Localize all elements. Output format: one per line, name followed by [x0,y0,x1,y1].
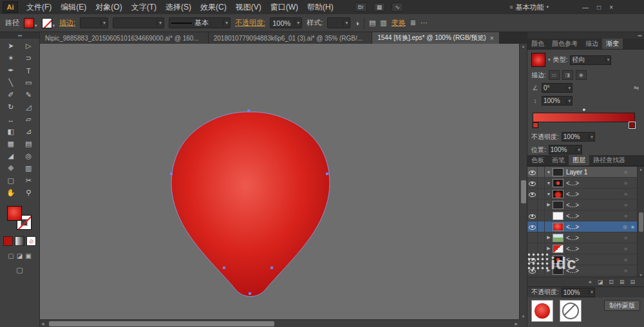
transparency-opacity-field[interactable]: 100% ▾ [562,288,595,297]
lock-toggle[interactable] [538,221,545,232]
doc-tab-2[interactable]: 2018010779094883k6p6_01 (3).ai* @ 35% (R… [209,32,372,44]
free-transform-tool[interactable]: ▱ [20,113,38,126]
document-setup-icon[interactable]: ▤ [369,19,375,27]
doc-tab-1[interactable]: Nipic_9885883_20150605101634669000.ai* @… [40,32,209,44]
lock-toggle[interactable] [538,200,545,210]
gradient-angle-field[interactable]: 0° ▾ [542,83,573,93]
red-shape[interactable] [171,112,330,297]
align-icon[interactable]: ≣ [410,19,416,27]
horizontal-scrollbar[interactable]: ◀ ▶ [40,319,519,327]
width-tool[interactable]: ↔ [2,113,20,126]
cs-live-icon[interactable]: ∿ [392,3,403,12]
reverse-gradient-icon[interactable]: ⇋ [632,84,640,91]
mesh-tool[interactable]: ▦ [2,138,20,150]
opacity-field[interactable]: 100% ▾ [270,17,302,28]
visibility-toggle[interactable] [527,200,538,210]
tab-pathfinder[interactable]: 路径查找器 [589,155,629,165]
target-icon[interactable]: ○ [624,169,627,175]
vertical-scroll-thumb[interactable] [521,180,526,203]
make-clip-mask-icon[interactable]: ◪ [598,279,603,285]
scroll-left-icon[interactable]: ◀ [41,321,44,326]
expand-arrow-icon[interactable]: ▼ [545,192,553,196]
target-icon[interactable]: ○ [624,235,627,241]
pen-tool[interactable]: ✒ [2,64,20,77]
screen-mode-icon[interactable]: ▢ [0,266,39,274]
lock-toggle[interactable] [538,254,545,265]
mask-thumbnail[interactable] [560,300,582,322]
stroke-weight-field[interactable]: ▾ [80,17,108,28]
stroke-dropdown-icon[interactable]: ▾ [53,23,55,28]
fill-dropdown-icon[interactable]: ▾ [35,23,37,28]
minimize-button[interactable]: — [582,4,589,11]
layer-row[interactable]: ▶ <...> ○ [527,265,644,276]
lock-toggle[interactable] [538,189,545,199]
menu-window[interactable]: 窗口(W) [266,1,303,14]
expand-arrow-icon[interactable]: ▶ [545,268,553,273]
lock-toggle[interactable] [538,178,545,188]
gradient-type-field[interactable]: 径向 ▾ [570,55,611,65]
gradient-stroke-across-icon[interactable]: ◉ [576,70,587,80]
magic-wand-tool[interactable]: ✶ [2,52,20,64]
gradient-slider[interactable]: ◆ [533,109,639,129]
target-icon[interactable]: ○ [624,246,627,252]
gradient-stop-start[interactable] [533,122,538,128]
rotate-tool[interactable]: ↻ [2,101,20,113]
menu-file[interactable]: 文件(F) [22,1,56,14]
stop-opacity-field[interactable]: 100% ▾ [562,132,595,142]
target-icon[interactable]: ○ [624,213,627,219]
shape-builder-tool[interactable]: ◧ [2,126,20,138]
gradient-stop-end[interactable] [629,122,635,128]
gradient-preview-swatch[interactable] [531,53,545,67]
visibility-toggle[interactable] [527,243,538,254]
artboard-tool[interactable]: ▢ [2,174,20,187]
artwork-svg[interactable] [40,44,519,319]
gradient-tool[interactable]: ▤ [20,138,38,150]
expand-arrow-icon[interactable]: ▼ [545,181,553,185]
target-icon[interactable]: ○ [624,191,627,197]
visibility-toggle[interactable] [527,189,538,199]
expand-arrow-icon[interactable]: ▶ [545,246,553,251]
layer-row[interactable]: ▶ <...> ○ [527,232,644,243]
close-tab-icon[interactable]: × [490,35,494,42]
fill-indicator-swatch[interactable] [7,206,22,221]
column-graph-tool[interactable]: ▥ [20,162,38,174]
draw-behind-icon[interactable]: ◪ [17,252,23,259]
fill-color-swatch[interactable] [24,18,34,28]
new-layer-icon[interactable]: ⊞ [620,279,625,285]
color-mode-icon[interactable] [3,236,13,246]
transform-link[interactable]: 变换 [392,18,406,28]
target-icon[interactable]: ◎ [623,224,627,230]
menu-effect[interactable]: 效果(C) [196,1,231,14]
layer-row[interactable]: ▶ <...> ○ [527,200,644,210]
draw-inside-icon[interactable]: ▣ [25,252,31,259]
perspective-grid-tool[interactable]: ⊿ [20,126,38,138]
canvas[interactable] [40,44,519,319]
doc-tab-3[interactable]: 1544 [转换].eps* @ 100% (RGB/预览) × [372,32,499,44]
gradient-midpoint-icon[interactable]: ◆ [583,107,586,111]
bridge-icon[interactable]: Br [355,3,367,12]
workspace-switcher[interactable]: ≡ 基本功能 ▾ [509,3,549,12]
gradient-mode-icon[interactable] [15,236,24,246]
tab-stroke[interactable]: 描边 [582,39,602,49]
layer-row[interactable]: ▼ Layer 1 ○ [527,167,644,178]
draw-normal-icon[interactable]: ▢ [8,252,14,259]
width-profile-field[interactable]: ▾ [113,17,164,28]
menu-select[interactable]: 选择(S) [161,1,196,14]
brush-definition-field[interactable]: 基本 ▾ [169,17,231,28]
pencil-tool[interactable]: ✎ [20,89,38,101]
tab-brushes[interactable]: 画笔 [548,155,569,165]
selection-tool[interactable]: ➤ [2,40,20,52]
recolor-artwork-icon[interactable]: ◑ [355,19,359,27]
lock-toggle[interactable] [538,210,545,221]
slice-tool[interactable]: ✂ [20,174,38,187]
expand-arrow-icon[interactable]: ▼ [545,170,553,174]
hand-tool[interactable]: ✋ [2,187,20,199]
lock-toggle[interactable] [538,243,545,254]
gradient-stroke-along-icon[interactable]: ◨ [562,70,573,80]
tab-gradient[interactable]: 渐变 [602,39,623,49]
close-button[interactable]: × [609,4,613,11]
visibility-toggle[interactable] [527,210,538,221]
dock-collapse-icon[interactable]: ◂◂ [527,32,644,39]
layer-row[interactable]: ▼ <...> ○ [527,178,644,189]
scroll-down-icon[interactable]: ▼ [522,315,526,319]
